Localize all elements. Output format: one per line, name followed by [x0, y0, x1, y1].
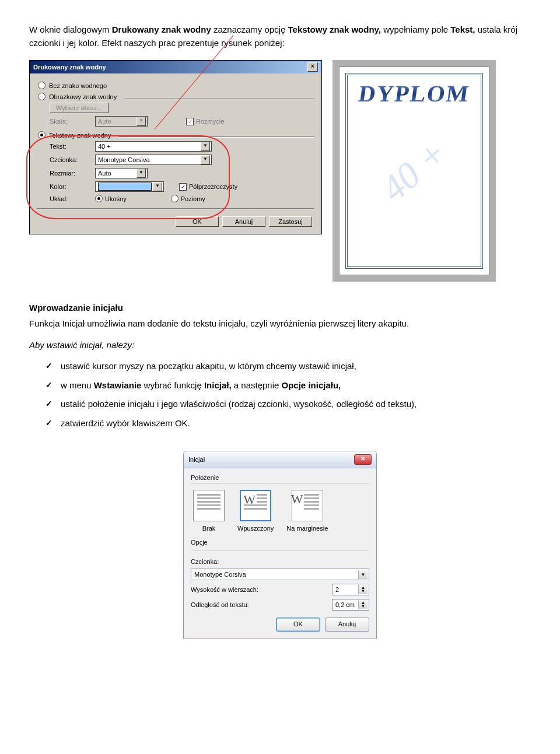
- dialog-title: Drukowany znak wodny: [33, 64, 106, 71]
- cancel-button[interactable]: Anuluj: [222, 216, 265, 227]
- chevron-down-icon: ▼: [136, 169, 146, 178]
- position-none[interactable]: Brak: [193, 490, 225, 532]
- font-label: Czcionka:: [50, 156, 90, 163]
- radio-icon: [38, 93, 46, 100]
- intro-text3: wypełniamy pole: [381, 24, 450, 34]
- apply-button[interactable]: Zastosuj: [269, 216, 312, 227]
- blur-label: Rozmycie: [196, 118, 224, 125]
- radio-image-watermark[interactable]: Obrazkowy znak wodny: [38, 93, 314, 100]
- checkbox-icon: ✓: [179, 183, 187, 191]
- scale-combo[interactable]: Auto ▼: [95, 116, 148, 127]
- close-icon[interactable]: ✕: [354, 454, 372, 465]
- spinner-buttons-icon: ▲▼: [358, 600, 368, 609]
- layout-horizontal-radio[interactable]: Poziomy: [171, 195, 205, 202]
- dialog-title: Inicjał: [188, 456, 205, 463]
- font-combo[interactable]: Monotype Corsiva ▼: [191, 569, 369, 580]
- preview-page: DYPLOM 40 +: [339, 66, 489, 275]
- li-bold: Wstawianie: [94, 380, 142, 390]
- semi-label: Półprzezroczysty: [189, 183, 237, 190]
- distance-spinner[interactable]: 0,2 cm ▲▼: [332, 599, 369, 611]
- section-heading: Wprowadzanie inicjału: [29, 303, 531, 313]
- chevron-down-icon: ▼: [136, 117, 146, 126]
- list-item: w menu Wstawianie wybrać funkcję Inicjał…: [46, 379, 531, 392]
- thumb-none-icon: [193, 490, 225, 521]
- cancel-button[interactable]: Anuluj: [325, 618, 369, 632]
- pos-label: Na marginesie: [286, 525, 328, 532]
- intro-bold1: Drukowany znak wodny: [112, 24, 211, 34]
- checklist: ustawić kursor myszy na początku akapitu…: [46, 360, 531, 430]
- chevron-down-icon: ▼: [153, 182, 162, 191]
- font-value: Monotype Corsiva: [98, 156, 150, 163]
- position-group-label: Położenie: [191, 474, 369, 481]
- intro-paragraph: W oknie dialogowym Drukowany znak wodny …: [29, 23, 531, 50]
- radio-label: Tekstowy znak wodny: [49, 132, 111, 139]
- close-icon[interactable]: ×: [307, 62, 318, 72]
- dyplom-wordart: DYPLOM: [338, 80, 491, 107]
- checkbox-icon: ✓: [186, 118, 194, 125]
- font-label: Czcionka:: [191, 558, 369, 565]
- li-text: w menu: [61, 380, 94, 390]
- layout-diagonal-radio[interactable]: Ukośny: [95, 195, 127, 202]
- intro-bold3: Tekst,: [450, 24, 475, 34]
- color-combo[interactable]: ▼: [95, 181, 164, 192]
- height-label: Wysokość w wierszach:: [191, 586, 332, 593]
- position-in-margin[interactable]: W Na marginesie: [286, 490, 328, 532]
- size-combo[interactable]: Auto ▼: [95, 168, 148, 178]
- li-bold: Inicjał,: [204, 380, 232, 390]
- pos-label: Wpuszczony: [237, 525, 274, 532]
- color-label: Kolor:: [50, 183, 90, 190]
- pos-label: Brak: [202, 525, 216, 532]
- text-combo[interactable]: 40 + ▼: [95, 141, 212, 152]
- intro-bold2: Tekstowy znak wodny,: [288, 24, 381, 34]
- page-preview: DYPLOM 40 +: [332, 60, 496, 282]
- height-value: 2: [335, 586, 339, 593]
- blur-checkbox[interactable]: ✓ Rozmycie: [186, 118, 224, 125]
- options-group-label: Opcje: [191, 539, 369, 546]
- distance-label: Odległość od tekstu:: [191, 601, 332, 608]
- radio-label: Bez znaku wodnego: [49, 82, 107, 89]
- layout-diagonal-label: Ukośny: [105, 195, 127, 202]
- radio-icon: [95, 195, 103, 202]
- radio-text-watermark[interactable]: Tekstowy znak wodny: [38, 131, 314, 139]
- color-swatch: [98, 183, 152, 191]
- chevron-down-icon: ▼: [358, 570, 368, 579]
- list-item: ustalić położenie inicjału i jego właści…: [46, 398, 531, 411]
- li-text: a następnie: [232, 380, 282, 390]
- font-combo[interactable]: Monotype Corsiva ▼: [95, 155, 212, 165]
- list-item: ustawić kursor myszy na początku akapitu…: [46, 360, 531, 373]
- intro-text: W oknie dialogowym: [29, 24, 112, 34]
- dialog-titlebar: Inicjał ✕: [184, 451, 376, 468]
- intro-text2: zaznaczamy opcję: [211, 24, 288, 34]
- radio-label: Obrazkowy znak wodny: [49, 93, 117, 100]
- radio-no-watermark[interactable]: Bez znaku wodnego: [38, 82, 314, 89]
- spinner-buttons-icon: ▲▼: [358, 585, 368, 594]
- chevron-down-icon: ▼: [201, 142, 210, 151]
- thumb-dropped-icon: W: [240, 490, 271, 521]
- position-dropped[interactable]: W Wpuszczony: [237, 490, 274, 532]
- scale-value: Auto: [98, 118, 111, 125]
- select-image-button[interactable]: Wybierz obraz...: [50, 103, 108, 113]
- text-label: Tekst:: [50, 143, 90, 150]
- radio-icon: [38, 131, 46, 139]
- radio-icon: [38, 82, 46, 89]
- size-value: Auto: [98, 170, 111, 177]
- layout-label: Układ:: [50, 195, 90, 202]
- section-para-2: Aby wstawić inicjał, należy:: [29, 339, 531, 352]
- li-text: wybrać funkcję: [141, 380, 204, 390]
- dialog-titlebar: Drukowany znak wodny ×: [30, 61, 321, 73]
- list-item: zatwierdzić wybór klawiszem OK.: [46, 417, 531, 430]
- printed-watermark-dialog: Drukowany znak wodny × Bez znaku wodnego…: [29, 60, 322, 234]
- layout-horizontal-label: Poziomy: [181, 195, 205, 202]
- thumb-margin-icon: W: [292, 490, 323, 521]
- semitransparent-checkbox[interactable]: ✓ Półprzezroczysty: [179, 183, 237, 191]
- drop-cap-dialog: Inicjał ✕ Położenie Brak W Wpuszczony W: [183, 451, 377, 639]
- height-spinner[interactable]: 2 ▲▼: [332, 584, 369, 595]
- li-bold: Opcje inicjału,: [282, 380, 341, 390]
- distance-value: 0,2 cm: [335, 601, 355, 608]
- chevron-down-icon: ▼: [201, 155, 210, 164]
- radio-icon: [171, 195, 178, 202]
- section-para-1: Funkcja Inicjał umożliwia nam dodanie do…: [29, 317, 531, 331]
- ok-button[interactable]: OK: [276, 618, 320, 632]
- ok-button[interactable]: OK: [176, 216, 219, 227]
- font-value: Monotype Corsiva: [194, 571, 246, 578]
